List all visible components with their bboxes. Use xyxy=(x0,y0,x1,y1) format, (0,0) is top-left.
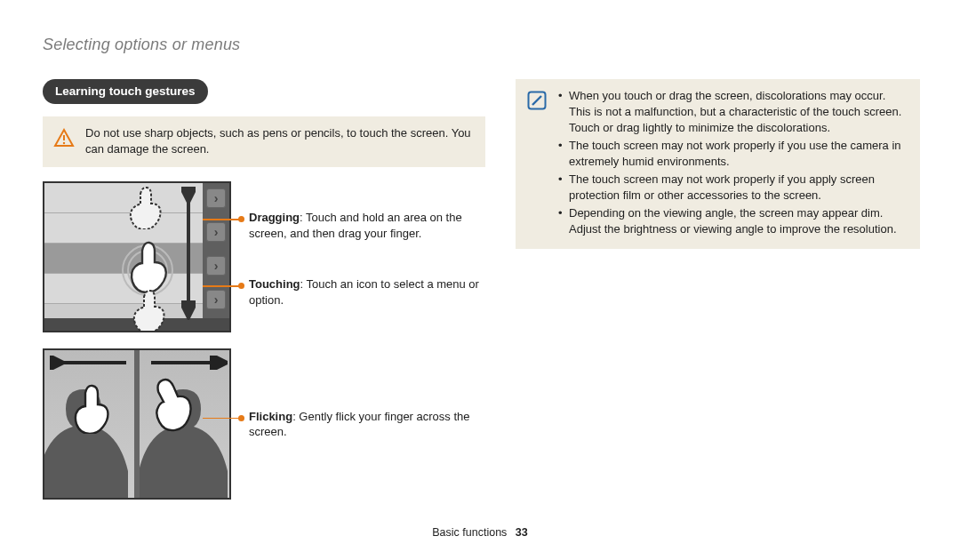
left-column: Learning touch gestures Do not use sharp… xyxy=(43,79,485,516)
illustration-flick xyxy=(43,348,231,500)
callout-connector xyxy=(222,282,244,291)
chevron-right-icon: › xyxy=(206,256,226,276)
list-item: The touch screen may not work properly i… xyxy=(558,172,908,204)
page-footer: Basic functions 33 xyxy=(0,526,960,539)
warning-text: Do not use sharp objects, such as pens o… xyxy=(85,125,473,156)
chevron-right-icon: › xyxy=(206,222,226,242)
note-list: When you touch or drag the screen, disco… xyxy=(558,88,908,238)
gesture-desc-dragging: Dragging: Touch and hold an area on the … xyxy=(249,210,485,241)
page-heading: Selecting options or menus xyxy=(43,36,920,54)
note-callout: When you touch or drag the screen, disco… xyxy=(516,79,920,249)
right-column: When you touch or drag the screen, disco… xyxy=(516,79,920,516)
list-item: Depending on the viewing angle, the scre… xyxy=(558,205,908,237)
warning-callout: Do not use sharp objects, such as pens o… xyxy=(43,116,485,167)
callout-connector xyxy=(222,414,244,423)
callout-connector xyxy=(222,215,244,224)
illustration-drag-touch: › › › › xyxy=(43,181,231,332)
chevron-right-icon: › xyxy=(206,290,226,309)
list-item: When you touch or drag the screen, disco… xyxy=(558,88,908,136)
gesture-desc-touching: Touching: Touch an icon to select a menu… xyxy=(249,276,485,308)
note-icon xyxy=(526,90,548,116)
gesture-block-drag-touch: › › › › xyxy=(43,181,485,332)
finger-icon xyxy=(130,288,167,332)
gesture-block-flick: Flicking: Gently flick your finger acros… xyxy=(43,348,485,500)
warning-icon xyxy=(53,127,75,153)
svg-point-1 xyxy=(63,142,65,144)
footer-page-number: 33 xyxy=(516,526,528,539)
finger-icon xyxy=(69,384,110,434)
footer-section: Basic functions xyxy=(432,526,507,539)
list-item: The touch screen may not work properly i… xyxy=(558,138,908,170)
svg-line-8 xyxy=(532,96,541,105)
chevron-right-icon: › xyxy=(206,188,226,208)
gesture-desc-flicking: Flicking: Gently flick your finger acros… xyxy=(249,409,485,440)
finger-icon xyxy=(149,377,194,432)
finger-icon xyxy=(126,185,164,229)
section-badge: Learning touch gestures xyxy=(43,79,208,104)
